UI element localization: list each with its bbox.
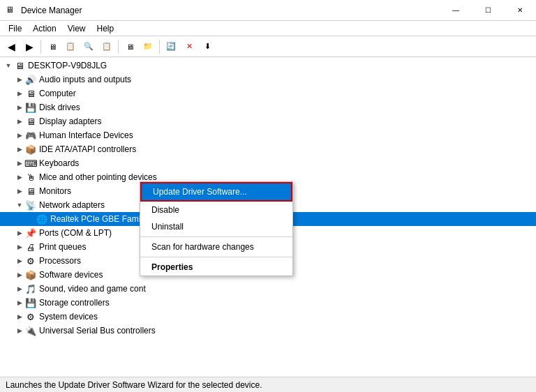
context-uninstall[interactable]: Uninstall — [140, 218, 292, 235]
status-text: Launches the Update Driver Software Wiza… — [6, 380, 262, 390]
software-expand-icon: ▶ — [14, 269, 25, 280]
context-update-driver[interactable]: Update Driver Software... — [140, 182, 292, 202]
audio-label: Audio inputs and outputs — [39, 75, 131, 84]
tree-system[interactable]: ▶ ⚙ System devices — [0, 310, 536, 324]
update-driver-label: Update Driver Software... — [153, 187, 247, 197]
disk-expand-icon: ▶ — [14, 102, 25, 113]
close-button[interactable]: ✕ — [504, 0, 536, 21]
realtek-expand-icon — [25, 213, 36, 225]
network-icon: 📡 — [25, 199, 36, 211]
usb-label: Universal Serial Bus controllers — [39, 326, 156, 336]
root-expand-icon: ▼ — [3, 60, 14, 71]
usb-icon: 🔌 — [25, 325, 36, 336]
toolbar-back[interactable]: ◀ — [3, 38, 20, 55]
toolbar-update[interactable]: 🔄 — [163, 38, 179, 55]
realtek-icon: 🌐 — [36, 213, 47, 225]
disable-label: Disable — [151, 205, 179, 215]
context-menu: Update Driver Software... Disable Uninst… — [140, 181, 293, 276]
system-icon: ⚙ — [25, 311, 36, 322]
print-label: Print queues — [39, 242, 86, 252]
tree-usb[interactable]: ▶ 🔌 Universal Serial Bus controllers — [0, 324, 536, 338]
display-icon: 🖥 — [25, 116, 36, 127]
sound-expand-icon: ▶ — [14, 283, 25, 294]
mice-icon: 🖱 — [25, 172, 36, 183]
toolbar-devmgr[interactable]: 🖥 — [121, 38, 138, 55]
toolbar-show[interactable]: 📋 — [98, 38, 115, 55]
tree-root[interactable]: ▼ 🖥 DESKTOP-V9D8JLG — [0, 59, 536, 73]
toolbar-separator-2 — [118, 40, 119, 54]
maximize-button[interactable]: ☐ — [472, 0, 504, 21]
ide-label: IDE ATA/ATAPI controllers — [39, 144, 136, 154]
hid-expand-icon: ▶ — [14, 130, 25, 141]
hid-icon: 🎮 — [25, 130, 36, 141]
title-bar: 🖥 Device Manager — ☐ ✕ — [0, 0, 536, 21]
context-scan[interactable]: Scan for hardware changes — [140, 239, 292, 255]
tree-hid[interactable]: ▶ 🎮 Human Interface Devices — [0, 128, 536, 142]
context-separator-2 — [140, 257, 292, 257]
system-label: System devices — [39, 312, 98, 322]
mice-label: Mice and other pointing devices — [39, 172, 157, 182]
tree-disk[interactable]: ▶ 💾 Disk drives — [0, 100, 536, 114]
menu-bar: File Action View Help — [0, 21, 536, 36]
uninstall-label: Uninstall — [151, 222, 184, 232]
monitors-expand-icon: ▶ — [14, 186, 25, 197]
print-icon: 🖨 — [25, 241, 36, 252]
keyboard-icon: ⌨ — [25, 158, 36, 169]
print-expand-icon: ▶ — [14, 241, 25, 252]
toolbar-uninstall[interactable]: ✕ — [181, 38, 198, 55]
monitors-label: Monitors — [39, 186, 71, 196]
minimize-button[interactable]: — — [440, 0, 472, 21]
toolbar-download[interactable]: ⬇ — [199, 38, 216, 55]
tree-ide[interactable]: ▶ 📦 IDE ATA/ATAPI controllers — [0, 142, 536, 156]
root-label: DESKTOP-V9D8JLG — [28, 61, 107, 70]
ports-label: Ports (COM & LPT) — [39, 228, 112, 238]
tree-storage[interactable]: ▶ 💾 Storage controllers — [0, 296, 536, 310]
menu-help[interactable]: Help — [91, 22, 120, 35]
storage-expand-icon: ▶ — [14, 297, 25, 308]
sound-icon: 🎵 — [25, 283, 36, 294]
audio-icon: 🔊 — [25, 74, 36, 85]
toolbar: ◀ ▶ 🖥 📋 🔍 📋 🖥 📁 🔄 ✕ ⬇ — [0, 36, 536, 57]
context-separator-1 — [140, 236, 292, 237]
menu-view[interactable]: View — [62, 22, 91, 35]
scan-label: Scan for hardware changes — [151, 242, 254, 252]
main-content: ▼ 🖥 DESKTOP-V9D8JLG ▶ 🔊 Audio inputs and… — [0, 57, 536, 377]
context-properties[interactable]: Properties — [140, 259, 292, 276]
computer-label: Computer — [39, 89, 76, 98]
toolbar-scan[interactable]: 🔍 — [80, 38, 97, 55]
disk-icon: 💾 — [25, 102, 36, 113]
storage-icon: 💾 — [25, 297, 36, 308]
tree-keyboard[interactable]: ▶ ⌨ Keyboards — [0, 156, 536, 170]
title-bar-left: 🖥 Device Manager — [6, 5, 82, 16]
tree-audio[interactable]: ▶ 🔊 Audio inputs and outputs — [0, 73, 536, 86]
display-expand-icon: ▶ — [14, 116, 25, 127]
tree-computer[interactable]: ▶ 🖥 Computer — [0, 86, 536, 100]
toolbar-driver[interactable]: 📋 — [62, 38, 79, 55]
ide-expand-icon: ▶ — [14, 144, 25, 155]
root-computer-icon: 🖥 — [14, 60, 25, 71]
menu-file[interactable]: File — [3, 22, 27, 35]
context-disable[interactable]: Disable — [140, 202, 292, 218]
window-title: Device Manager — [21, 6, 82, 15]
status-bar: Launches the Update Driver Software Wiza… — [0, 377, 536, 392]
app-icon: 🖥 — [6, 5, 17, 16]
usb-expand-icon: ▶ — [14, 325, 25, 336]
mice-expand-icon: ▶ — [14, 172, 25, 183]
toolbar-separator-1 — [40, 40, 41, 54]
ports-expand-icon: ▶ — [14, 227, 25, 239]
software-icon: 📦 — [25, 269, 36, 280]
hid-label: Human Interface Devices — [39, 130, 133, 140]
tree-sound[interactable]: ▶ 🎵 Sound, video and game cont — [0, 282, 536, 296]
tree-display[interactable]: ▶ 🖥 Display adapters — [0, 114, 536, 128]
toolbar-separator-3 — [159, 40, 160, 54]
computer-icon: 🖥 — [25, 88, 36, 99]
toolbar-forward[interactable]: ▶ — [21, 38, 38, 55]
toolbar-properties[interactable]: 🖥 — [44, 38, 61, 55]
toolbar-connect[interactable]: 📁 — [140, 38, 156, 55]
display-label: Display adapters — [39, 116, 101, 126]
network-label: Network adapters — [39, 200, 105, 210]
audio-expand-icon: ▶ — [14, 74, 25, 85]
disk-label: Disk drives — [39, 103, 80, 112]
storage-label: Storage controllers — [39, 298, 110, 308]
menu-action[interactable]: Action — [27, 22, 61, 35]
